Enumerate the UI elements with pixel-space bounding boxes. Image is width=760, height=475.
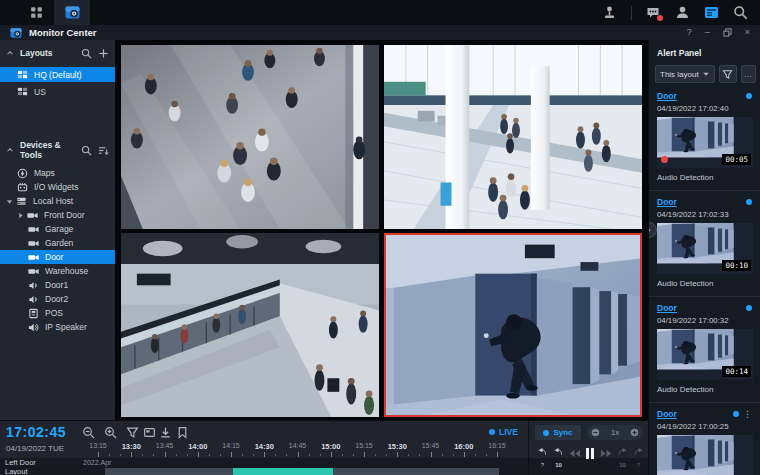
next-event-button[interactable]: ? xyxy=(632,445,645,462)
alert-thumbnail[interactable]: 00:10 xyxy=(657,223,753,274)
previous-frame-button[interactable] xyxy=(568,447,581,460)
timeline-filter-icon[interactable] xyxy=(126,426,139,439)
device-label: Garden xyxy=(45,238,73,248)
alert-thumbnail[interactable]: 00:14 xyxy=(657,329,753,380)
device-label: Door xyxy=(45,252,63,262)
alert-camera-link[interactable]: Door xyxy=(657,303,746,313)
previous-event-button[interactable]: ? xyxy=(536,445,549,462)
sidebar-item-local-host[interactable]: Local Host xyxy=(0,194,115,208)
sidebar-item-io-widgets[interactable]: I/O Widgets xyxy=(0,180,115,194)
camera-tile-door[interactable] xyxy=(384,233,642,417)
alert-filter-button[interactable] xyxy=(719,65,738,83)
collapse-layouts-icon[interactable] xyxy=(6,49,14,57)
ruler-tick-label: 14:30 xyxy=(255,442,274,451)
sidebar-item-door[interactable]: Door xyxy=(0,250,115,264)
sidebar-item-door1[interactable]: Door1 xyxy=(0,278,115,292)
camera-feed-image xyxy=(384,233,642,417)
unread-dot xyxy=(746,199,752,205)
forward-10s-button[interactable]: 10 xyxy=(616,445,629,462)
pos-icon xyxy=(28,308,39,319)
apps-grid-icon xyxy=(29,5,44,20)
help-button[interactable]: ? xyxy=(687,28,692,37)
sync-dot xyxy=(543,430,549,436)
alert-menu-icon[interactable]: ⋮ xyxy=(743,409,752,419)
minimize-button[interactable]: – xyxy=(705,28,710,37)
alert-camera-link[interactable]: Door xyxy=(657,197,746,207)
close-button[interactable]: × xyxy=(745,28,750,37)
timeline-zoom-in-icon[interactable] xyxy=(104,426,117,439)
export-icon[interactable] xyxy=(159,426,172,439)
alert-item: Door 04/19/2022 17:02:33 00:10 Audio Det… xyxy=(649,190,760,288)
search-icon[interactable] xyxy=(733,5,748,20)
sidebar-item-ip-speaker[interactable]: IP Speaker xyxy=(0,320,115,334)
speed-increase-icon[interactable] xyxy=(630,428,639,437)
camera-tile-escalator[interactable] xyxy=(121,233,379,417)
alert-scope-dropdown[interactable]: This layout xyxy=(655,65,715,83)
sync-toggle[interactable]: Sync xyxy=(535,425,581,440)
tab-monitor-center[interactable] xyxy=(54,0,90,25)
sidebar-item-garden[interactable]: Garden xyxy=(0,236,115,250)
alert-event-type: Audio Detection xyxy=(657,385,752,394)
sidebar-item-layout-us[interactable]: US xyxy=(0,84,115,99)
sidebar-item-front-door[interactable]: Front Door xyxy=(0,208,115,222)
ruler-tick-label: 15:00 xyxy=(321,442,340,451)
sidebar-item-layout-hq[interactable]: HQ (Default) xyxy=(0,67,115,82)
alert-item: Door ⋮ 04/19/2022 17:00:25 xyxy=(649,402,760,475)
speaker-icon xyxy=(28,322,39,333)
next-frame-button[interactable] xyxy=(600,447,613,460)
live-label: LIVE xyxy=(499,427,518,437)
chevron-down-icon xyxy=(702,70,710,78)
io-widgets-icon xyxy=(17,182,28,193)
timeline-zoom-out-icon[interactable] xyxy=(82,426,95,439)
add-layout-icon[interactable] xyxy=(98,48,109,59)
camera-tile-lobby[interactable] xyxy=(384,45,642,229)
collapse-devices-icon[interactable] xyxy=(6,146,14,154)
sidebar-item-garage[interactable]: Garage xyxy=(0,222,115,236)
layouts-search-icon[interactable] xyxy=(81,48,92,59)
rewind-10s-button[interactable]: 10 xyxy=(552,445,565,462)
clip-duration: 00:05 xyxy=(722,154,751,165)
device-label: Local Host xyxy=(33,196,73,206)
recording-segment[interactable] xyxy=(233,468,333,475)
alert-thumbnail[interactable] xyxy=(657,435,753,475)
sidebar-item-door2[interactable]: Door2 xyxy=(0,292,115,306)
device-label: Front Door xyxy=(44,210,85,220)
expand-right-icon[interactable] xyxy=(17,212,24,219)
sidebar-spacer xyxy=(0,99,115,137)
ruler-tick-label: 16:15 xyxy=(488,442,506,449)
current-time: 17:02:45 xyxy=(6,424,66,440)
joystick-icon[interactable] xyxy=(602,5,617,20)
notifications-icon[interactable] xyxy=(646,5,661,20)
live-indicator: LIVE xyxy=(489,427,518,437)
expand-down-icon[interactable] xyxy=(6,198,13,205)
device-label: Maps xyxy=(34,168,55,178)
alert-more-button[interactable]: … xyxy=(741,65,756,83)
sidebar-item-pos[interactable]: POS xyxy=(0,306,115,320)
top-tab-bar xyxy=(0,0,760,25)
camera-icon xyxy=(27,210,38,221)
user-icon[interactable] xyxy=(675,5,690,20)
ruler-tick-label: 14:45 xyxy=(289,442,307,449)
snapshot-icon[interactable] xyxy=(143,426,156,439)
bookmark-icon[interactable] xyxy=(176,426,189,439)
speed-decrease-icon[interactable] xyxy=(591,428,600,437)
alert-timestamp: 04/19/2022 17:00:32 xyxy=(657,316,752,325)
devices-sort-icon[interactable] xyxy=(98,145,109,156)
pause-button[interactable] xyxy=(584,446,596,461)
tab-applications[interactable] xyxy=(18,0,54,25)
layout-label: US xyxy=(34,87,46,97)
camera-icon xyxy=(28,266,39,277)
alert-camera-link[interactable]: Door xyxy=(657,409,733,419)
alert-camera-link[interactable]: Door xyxy=(657,91,746,101)
sidebar-item-warehouse[interactable]: Warehouse xyxy=(0,264,115,278)
speed-control: 1x xyxy=(587,425,643,440)
sidebar: Layouts HQ (Default) US Devices & Tools … xyxy=(0,40,115,420)
restore-button[interactable] xyxy=(723,28,732,37)
widgets-panel-icon[interactable] xyxy=(704,5,719,20)
clip-duration: 00:10 xyxy=(722,260,751,271)
alert-scope-value: This layout xyxy=(660,70,702,79)
alert-thumbnail[interactable]: 00:05 xyxy=(657,117,753,168)
sidebar-item-maps[interactable]: Maps xyxy=(0,166,115,180)
camera-tile-overhead-lobby[interactable] xyxy=(121,45,379,229)
devices-search-icon[interactable] xyxy=(81,145,92,156)
